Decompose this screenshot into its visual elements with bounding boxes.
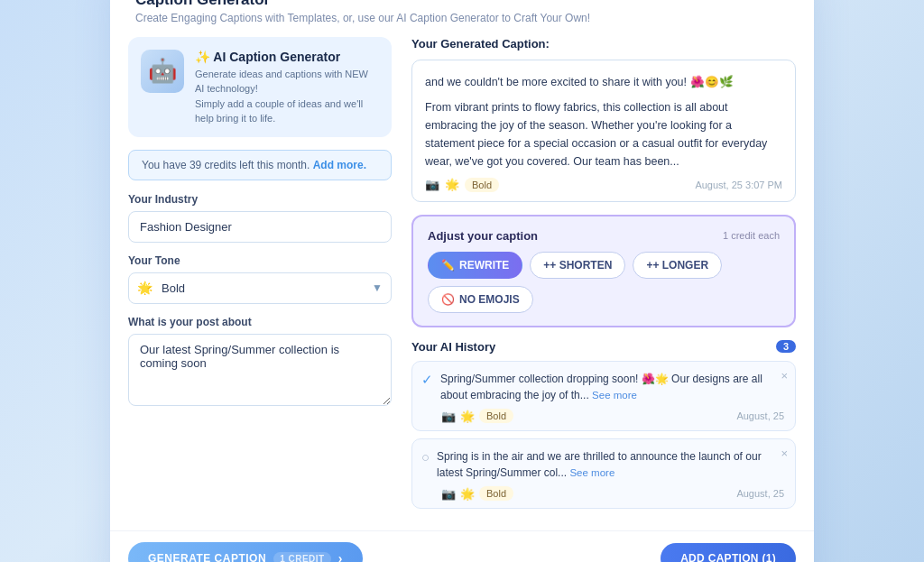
tone-meta-emoji: 🌟 (445, 178, 459, 191)
hist-date-2: August, 25 (736, 488, 784, 499)
hist-ig-icon-1: 📷 (441, 410, 456, 423)
tone-field-group: Your Tone 🌟 Bold Casual Professional ▼ (128, 254, 392, 304)
post-label: What is your post about (128, 316, 392, 328)
history-item-1-top: ✓ Spring/Summer collection dropping soon… (421, 371, 784, 403)
see-more-2[interactable]: See more (569, 467, 614, 478)
tone-label: Your Tone (128, 254, 392, 267)
credits-text: You have 39 credits left this month. (142, 159, 310, 171)
add-more-link[interactable]: Add more. (313, 159, 366, 171)
hist-ig-icon-2: 📷 (441, 487, 456, 501)
caption-date: August, 25 3:07 PM (695, 180, 782, 190)
history-meta-2: 📷 🌟 Bold August, 25 (421, 486, 784, 501)
no-emojis-button[interactable]: 🚫 NO EMOJIS (428, 286, 533, 313)
post-field-group: What is your post about Our latest Sprin… (128, 316, 392, 410)
caption-meta-left: 📷 🌟 Bold (425, 178, 499, 192)
check-icon-2: ○ (421, 449, 430, 465)
left-panel: 🤖 ✨ AI Caption Generator Generate ideas … (128, 32, 408, 531)
arrow-right-icon: › (338, 551, 343, 562)
history-item-1: ✓ Spring/Summer collection dropping soon… (411, 361, 796, 431)
modal-header: Caption Generator Create Engaging Captio… (110, 0, 814, 32)
tone-select[interactable]: Bold Casual Professional (128, 272, 392, 304)
ai-card-desc1: Generate ideas and captions with NEW AI … (195, 67, 379, 97)
instagram-icon: 📷 (425, 178, 439, 191)
history-meta-left-1: 📷 🌟 Bold (441, 409, 513, 423)
no-emojis-icon: 🚫 (441, 293, 455, 306)
modal-body: 🤖 ✨ AI Caption Generator Generate ideas … (110, 32, 814, 531)
adjust-credit: 1 credit each (723, 230, 780, 241)
see-more-1[interactable]: See more (592, 390, 637, 401)
right-panel: Your Generated Caption: and we couldn't … (408, 32, 796, 531)
caption-text-2: From vibrant prints to flowy fabrics, th… (425, 98, 782, 170)
generated-label: Your Generated Caption: (411, 37, 796, 51)
shorten-label: ++ SHORTEN (543, 259, 612, 272)
credits-bar: You have 39 credits left this month. Add… (128, 150, 392, 180)
history-close-2[interactable]: × (781, 447, 788, 460)
post-textarea[interactable]: Our latest Spring/Summer collection is c… (128, 334, 392, 406)
history-text-2: Spring is in the air and we are thrilled… (437, 448, 784, 481)
industry-label: Your Industry (128, 193, 392, 206)
history-item-2: ○ Spring is in the air and we are thrill… (411, 438, 796, 509)
caption-text-1: and we couldn't be more excited to share… (425, 73, 782, 91)
rewrite-label: REWRITE (459, 259, 509, 272)
industry-input[interactable] (128, 211, 392, 243)
history-meta-1: 📷 🌟 Bold August, 25 (421, 409, 784, 423)
hist-tone-1: Bold (479, 409, 513, 423)
longer-button[interactable]: ++ LONGER (633, 252, 722, 279)
add-caption-button[interactable]: ADD CAPTION (1) (661, 543, 796, 562)
modal-title: Caption Generator (135, 0, 789, 9)
longer-label: ++ LONGER (646, 259, 708, 272)
tone-select-wrap: 🌟 Bold Casual Professional ▼ (128, 272, 392, 304)
history-text-1: Spring/Summer collection dropping soon! … (440, 371, 784, 403)
shorten-button[interactable]: ++ SHORTEN (530, 252, 625, 279)
history-item-2-top: ○ Spring is in the air and we are thrill… (421, 448, 784, 481)
industry-field-group: Your Industry (128, 193, 392, 243)
generate-label: GENERATE CAPTION (148, 552, 266, 562)
hist-date-1: August, 25 (736, 410, 784, 421)
tone-badge: Bold (465, 178, 499, 192)
caption-generator-modal: Caption Generator Create Engaging Captio… (110, 0, 814, 562)
adjust-buttons: ✏️ REWRITE ++ SHORTEN ++ LONGER 🚫 NO EMO… (428, 252, 780, 313)
adjust-header: Adjust your caption 1 credit each (428, 229, 780, 243)
hist-tone-emoji-1: 🌟 (460, 410, 475, 423)
ai-card-desc2: Simply add a couple of ideas and we'll h… (195, 97, 379, 126)
caption-box: and we couldn't be more excited to share… (411, 60, 796, 202)
ai-card-title: ✨ AI Caption Generator (195, 50, 379, 64)
rewrite-button[interactable]: ✏️ REWRITE (428, 252, 522, 279)
history-section: Your AI History 3 ✓ Spring/Summer collec… (411, 340, 796, 510)
close-button[interactable]: × (786, 0, 796, 4)
hist-tone-emoji-2: 🌟 (460, 487, 475, 501)
no-emojis-label: NO EMOJIS (459, 293, 520, 306)
history-header: Your AI History 3 (411, 340, 796, 354)
modal-subtitle: Create Engaging Captions with Templates,… (135, 12, 789, 24)
modal-footer: GENERATE CAPTION 1 CREDIT › ADD CAPTION … (110, 530, 814, 562)
history-label: Your AI History (411, 340, 495, 354)
history-close-1[interactable]: × (781, 369, 788, 382)
ai-card-content: ✨ AI Caption Generator Generate ideas an… (195, 50, 379, 126)
check-icon-1: ✓ (421, 372, 433, 388)
generate-button[interactable]: GENERATE CAPTION 1 CREDIT › (128, 542, 363, 562)
ai-robot-icon: 🤖 (141, 50, 184, 93)
history-count: 3 (776, 340, 796, 353)
caption-meta: 📷 🌟 Bold August, 25 3:07 PM (425, 178, 782, 192)
rewrite-icon: ✏️ (441, 259, 455, 272)
generate-credit: 1 CREDIT (273, 552, 331, 562)
history-meta-left-2: 📷 🌟 Bold (441, 486, 513, 501)
hist-tone-2: Bold (479, 486, 513, 501)
adjust-title: Adjust your caption (428, 229, 538, 243)
adjust-card: Adjust your caption 1 credit each ✏️ REW… (411, 215, 796, 327)
ai-card: 🤖 ✨ AI Caption Generator Generate ideas … (128, 37, 392, 137)
